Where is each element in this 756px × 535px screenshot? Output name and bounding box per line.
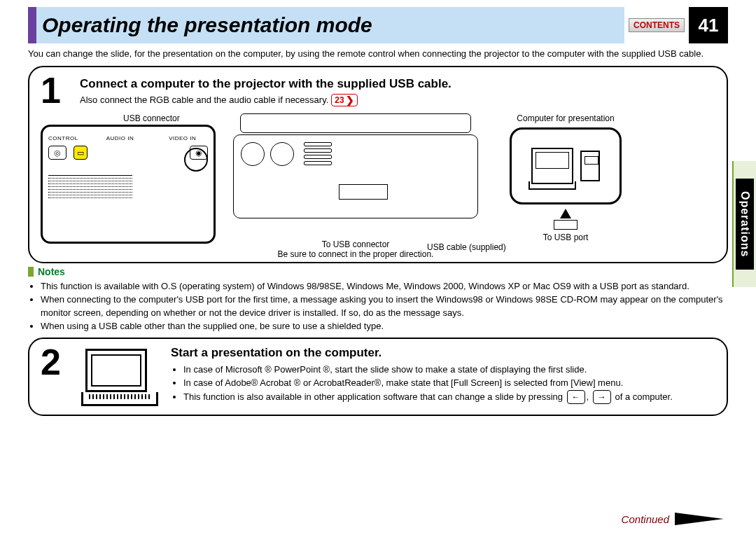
continued-indicator: Continued [622,513,724,525]
step-2-number: 2 [41,346,69,379]
step-1-subtitle: Also connect the RGB cable and the audio… [80,95,328,105]
usb-port-icon: ▭ [74,146,88,160]
label-audio-in: AUDIO IN [106,135,134,141]
desktop-icon [580,151,600,181]
section-tab-label: Operations [736,179,754,270]
step-2-item: In case of Microsoft ® PowerPoint ®, sta… [183,363,715,377]
key-right-icon: → [593,390,611,404]
label-computer: Computer for presentation [496,113,636,123]
usb-plug-icon [339,184,388,200]
step-1-number: 1 [41,74,71,107]
label-video-in: VIDEO IN [169,135,196,141]
control-port-icon: ◎ [48,146,66,160]
crossref-23[interactable]: 23 [331,94,357,106]
label-control: CONTROL [48,135,78,141]
knob-icon [270,142,294,166]
page-title: Operating the presentation mode [42,13,372,37]
arrow-up-icon [560,209,571,218]
note-item: When using a USB cable other than the su… [41,320,728,333]
key-left-icon: ← [567,390,585,404]
laptop-icon [531,148,573,184]
notes-heading: Notes [28,266,728,277]
step-2-item: In case of Adobe® Acrobat ® or AcrobatRe… [183,376,715,390]
intro-text: You can change the slide, for the presen… [28,48,728,60]
arrow-right-icon [675,513,724,525]
step-1-box: 1 Connect a computer to the projector wi… [28,66,728,264]
usb-plug-icon [554,220,578,230]
computer-illustration [510,127,622,204]
label-usb-cable-supplied: USB cable (supplied) [427,242,506,252]
step-2-item: This function is also available in other… [183,390,715,404]
knob-icon [241,142,265,166]
note-item: When connecting to the computer's USB po… [41,293,728,320]
label-usb-connector: USB connector [123,113,216,123]
label-to-usb-port: To USB port [496,232,636,242]
chevron-right-icon [344,95,354,106]
step-2-box: 2 Start a presentation on the computer. … [28,338,728,416]
page-number: 41 [689,7,728,43]
ports-panel-illustration: CONTROL AUDIO IN VIDEO IN ◎ ▭ ◉ [41,125,216,244]
laptop-illustration [81,346,158,406]
lens-icon [184,148,208,172]
step-1-title: Connect a computer to the projector with… [80,77,451,91]
step-2-title: Start a presentation on the computer. [171,346,715,360]
note-item: This function is available with O.S (ope… [41,280,728,293]
projector-illustration: To USB connector Be sure to connect in t… [230,113,482,253]
header-accent [28,7,36,43]
continued-label: Continued [622,513,669,525]
contents-button[interactable]: CONTENTS [629,18,685,32]
section-tab[interactable]: Operations [732,161,756,287]
vent-icon [48,175,132,216]
notes-section: Notes This function is available with O.… [28,266,728,333]
title-bar: Operating the presentation mode [36,7,624,43]
